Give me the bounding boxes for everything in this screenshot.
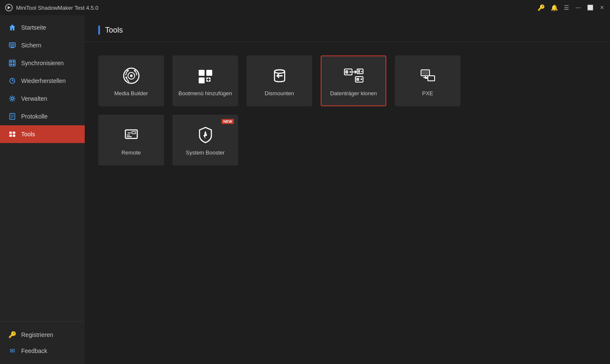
tool-card-pxe[interactable]: PXE — [395, 55, 460, 106]
svg-rect-16 — [13, 132, 15, 134]
sidebar-item-tools[interactable]: Tools — [0, 125, 85, 143]
svg-rect-25 — [199, 70, 205, 76]
sidebar-label-wiederherstellen: Wiederherstellen — [21, 77, 66, 84]
svg-point-10 — [11, 98, 14, 100]
dismounten-icon — [269, 66, 290, 86]
tool-card-bootmenu[interactable]: Bootmenü hinzufügen — [172, 55, 238, 106]
manage-icon — [8, 95, 16, 102]
content-header: Tools — [85, 15, 610, 42]
sidebar-item-synchronisieren[interactable]: Synchronisieren — [0, 54, 85, 72]
home-icon — [8, 24, 16, 31]
svg-rect-36 — [345, 70, 348, 74]
sidebar-item-startseite[interactable]: Startseite — [0, 19, 85, 36]
tools-row-2: Remote NEW System Booster — [98, 115, 596, 165]
sidebar: Startseite Sichern — [0, 15, 85, 364]
svg-rect-4 — [9, 60, 15, 66]
sidebar-item-verwalten[interactable]: Verwalten — [0, 90, 85, 108]
menu-toolbar-icon[interactable]: ☰ — [564, 4, 569, 11]
system-booster-icon — [195, 125, 216, 145]
svg-point-43 — [360, 78, 362, 80]
restore-icon — [8, 77, 16, 85]
bootmenu-label: Bootmenü hinzufügen — [178, 90, 232, 97]
remote-icon — [121, 125, 141, 145]
sidebar-label-feedback: Feedback — [21, 347, 47, 354]
sidebar-label-verwalten: Verwalten — [21, 95, 47, 102]
sync-icon — [8, 59, 16, 67]
key-toolbar-icon[interactable]: 🔑 — [538, 4, 545, 11]
datentraeger-klonen-label: Datenträger klonen — [330, 90, 377, 97]
tool-card-datentraeger-klonen[interactable]: Datenträger klonen — [321, 55, 386, 106]
new-badge: NEW — [222, 119, 234, 124]
tool-card-remote[interactable]: Remote — [98, 115, 164, 165]
sidebar-label-registrieren: Registrieren — [21, 331, 53, 338]
sidebar-label-sichern: Sichern — [21, 42, 41, 49]
dismounten-label: Dismounten — [265, 90, 294, 97]
sidebar-item-protokolle[interactable]: Protokolle — [0, 108, 85, 125]
maximize-button[interactable]: ⬜ — [587, 5, 593, 11]
tools-icon — [8, 130, 16, 138]
system-booster-label: System Booster — [186, 149, 225, 156]
svg-point-24 — [125, 77, 127, 78]
key-icon: 🔑 — [8, 331, 16, 339]
svg-point-22 — [127, 70, 129, 72]
sidebar-label-protokolle: Protokolle — [21, 113, 47, 120]
title-bar: MiniTool ShadowMaker Test 4.5.0 🔑 🔔 ☰ — … — [0, 0, 610, 15]
media-builder-label: Media Builder — [114, 90, 148, 97]
tool-card-system-booster[interactable]: NEW System Booster — [172, 115, 238, 165]
bell-toolbar-icon[interactable]: 🔔 — [551, 4, 558, 11]
svg-rect-26 — [206, 70, 212, 76]
backup-icon — [8, 41, 16, 49]
svg-rect-7 — [10, 63, 12, 65]
sidebar-label-tools: Tools — [21, 131, 35, 138]
sidebar-bottom: 🔑 Registrieren ✉ Feedback — [0, 321, 85, 364]
svg-rect-18 — [13, 135, 15, 137]
header-accent-bar — [98, 25, 100, 35]
svg-point-40 — [361, 71, 362, 72]
title-bar-controls: 🔑 🔔 ☰ — ⬜ ✕ — [538, 4, 605, 11]
app-title: MiniTool ShadowMaker Test 4.5.0 — [16, 5, 98, 11]
tools-grid: Media Builder Bootmenü h — [85, 42, 610, 179]
main-container: Startseite Sichern — [0, 15, 610, 364]
tool-card-dismounten[interactable]: Dismounten — [247, 55, 312, 106]
svg-rect-27 — [199, 77, 205, 83]
svg-rect-39 — [358, 70, 360, 73]
title-bar-left: MiniTool ShadowMaker Test 4.5.0 — [5, 4, 98, 11]
svg-point-37 — [349, 71, 351, 73]
bootmenu-icon — [195, 66, 216, 86]
sidebar-label-synchronisieren: Synchronisieren — [21, 60, 64, 66]
sidebar-item-sichern[interactable]: Sichern — [0, 36, 85, 54]
sidebar-label-startseite: Startseite — [21, 24, 46, 31]
remote-label: Remote — [122, 149, 141, 156]
close-button[interactable]: ✕ — [599, 5, 605, 11]
svg-rect-53 — [132, 132, 136, 134]
page-title: Tools — [105, 26, 123, 35]
svg-rect-6 — [13, 61, 14, 63]
datentraeger-klonen-icon — [344, 66, 364, 86]
mail-icon: ✉ — [8, 347, 16, 355]
log-icon — [8, 113, 16, 120]
sidebar-nav: Startseite Sichern — [0, 15, 85, 321]
pxe-label: PXE — [422, 90, 433, 97]
svg-point-23 — [134, 70, 136, 72]
svg-point-31 — [274, 70, 285, 73]
svg-rect-42 — [356, 78, 359, 81]
svg-rect-5 — [10, 61, 12, 63]
svg-rect-2 — [10, 44, 14, 46]
pxe-icon — [418, 66, 438, 86]
sidebar-item-registrieren[interactable]: 🔑 Registrieren — [0, 327, 85, 343]
sidebar-item-wiederherstellen[interactable]: Wiederherstellen — [0, 72, 85, 90]
svg-rect-45 — [422, 71, 429, 75]
svg-point-21 — [130, 74, 133, 77]
sidebar-item-feedback[interactable]: ✉ Feedback — [0, 343, 85, 359]
svg-rect-46 — [428, 76, 435, 81]
content-area: Tools — [85, 15, 610, 364]
svg-rect-8 — [13, 63, 14, 65]
tool-card-media-builder[interactable]: Media Builder — [98, 55, 164, 106]
svg-rect-17 — [9, 135, 12, 137]
svg-rect-3 — [11, 47, 14, 48]
tools-row-1: Media Builder Bootmenü h — [98, 55, 596, 106]
minimize-button[interactable]: — — [575, 5, 581, 11]
app-logo — [5, 4, 13, 11]
svg-rect-15 — [9, 132, 12, 134]
media-builder-icon — [121, 66, 141, 86]
